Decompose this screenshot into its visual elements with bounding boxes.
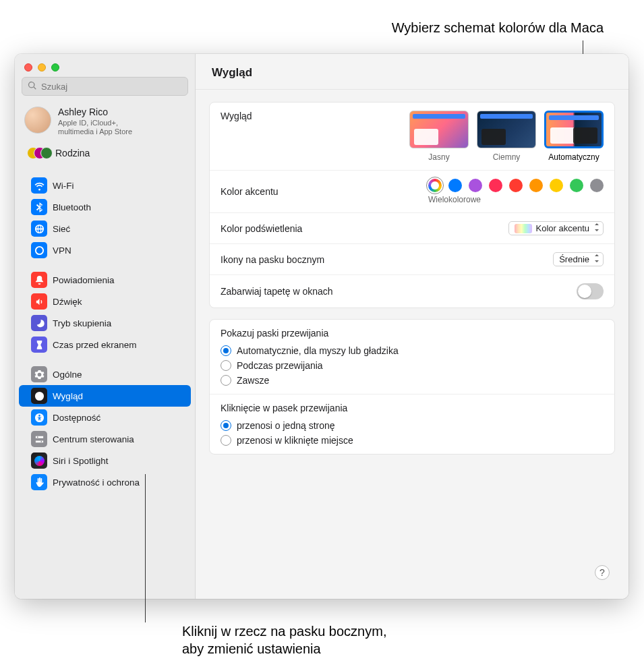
help-button[interactable]: ?: [595, 565, 610, 580]
search-field[interactable]: [41, 82, 182, 92]
appearance-label: Wygląd: [221, 111, 252, 121]
sidebar-item-screentime[interactable]: Czas przed ekranem: [19, 334, 191, 355]
callout-line-bottom: [145, 474, 146, 622]
tint-label: Zabarwiaj tapetę w oknach: [221, 286, 333, 297]
radio-label: Automatycznie, dla myszy lub gładzika: [237, 345, 399, 356]
sidebar-item-controlcenter[interactable]: Centrum sterowania: [19, 428, 191, 450]
radio-icon: [221, 420, 231, 431]
sidebar-item-label: Powiadomienia: [53, 275, 115, 285]
highlight-select[interactable]: Kolor akcentu: [508, 221, 604, 235]
sidebar: Ashley Rico Apple ID, iCloud+, multimedi…: [15, 54, 196, 599]
siri-icon: [31, 453, 47, 469]
theme-light-label: Jasny: [428, 152, 449, 162]
sidebar-icons-label: Ikony na pasku bocznym: [221, 254, 324, 265]
bluetooth-icon: [31, 199, 47, 215]
sidebar-item-notifications[interactable]: Powiadomienia: [19, 269, 191, 291]
radio-label: przenosi w kliknięte miejsce: [237, 435, 353, 446]
scrollbars-title: Pokazuj paski przewijania: [221, 328, 604, 339]
radio-label: Podczas przewijania: [237, 360, 323, 371]
theme-dark[interactable]: Ciemny: [477, 111, 536, 162]
accent-graphite[interactable]: [590, 179, 604, 192]
sidebar-item-label: Centrum sterowania: [53, 434, 134, 444]
sidebar-nav: Wi-Fi Bluetooth Sieć VPN Powiadomienia: [15, 175, 195, 599]
radio-icon: [221, 435, 231, 446]
sidebar-item-wifi[interactable]: Wi-Fi: [19, 175, 191, 196]
sidebar-item-label: Tryb skupienia: [53, 318, 111, 328]
sidebar-item-privacy[interactable]: Prywatność i ochrona: [19, 471, 191, 493]
accent-green[interactable]: [570, 179, 583, 192]
content-pane: Wygląd Wygląd Jasny Ciemny: [196, 54, 628, 599]
minimize-icon[interactable]: [38, 63, 46, 71]
click-opt-page[interactable]: przenosi o jedną stronę: [221, 420, 604, 431]
accent-purple[interactable]: [469, 179, 482, 192]
sidebar-icons-select[interactable]: Średnie: [553, 252, 604, 266]
sidebar-item-siri[interactable]: Siri i Spotlight: [19, 450, 191, 471]
radio-label: przenosi o jedną stronę: [237, 420, 335, 431]
avatar: [24, 107, 51, 134]
sidebar-item-network[interactable]: Sieć: [19, 218, 191, 239]
updown-icon: [593, 254, 600, 264]
click-scroll-title: Kliknięcie w pasek przewijania: [221, 403, 604, 413]
callout-top: Wybierz schemat kolorów dla Maca: [392, 20, 604, 36]
close-icon[interactable]: [24, 63, 32, 71]
theme-light[interactable]: Jasny: [409, 111, 469, 162]
window-controls: [15, 54, 195, 77]
search-input[interactable]: [22, 77, 188, 96]
sidebar-item-accessibility[interactable]: Dostępność: [19, 407, 191, 428]
sidebar-item-bluetooth[interactable]: Bluetooth: [19, 196, 191, 218]
theme-auto-label: Automatyczny: [548, 152, 599, 162]
theme-dark-label: Ciemny: [493, 152, 521, 162]
scroll-opt-when[interactable]: Podczas przewijania: [221, 360, 604, 371]
click-opt-spot[interactable]: przenosi w kliknięte miejsce: [221, 435, 604, 446]
accent-multicolor[interactable]: [428, 179, 442, 192]
sidebar-item-focus[interactable]: Tryb skupienia: [19, 312, 191, 334]
hand-icon: [31, 474, 47, 490]
sidebar-item-label: Bluetooth: [53, 202, 91, 212]
scroll-card: Pokazuj paski przewijania Automatycznie,…: [209, 319, 615, 455]
tint-toggle[interactable]: [577, 283, 604, 299]
sidebar-item-label: Prywatność i ochrona: [53, 477, 140, 488]
accent-label: Kolor akcentu: [221, 186, 279, 197]
sidebar-item-label: Ogólne: [53, 370, 82, 380]
sidebar-item-account[interactable]: Ashley Rico Apple ID, iCloud+, multimedi…: [15, 101, 195, 142]
wifi-icon: [31, 177, 47, 194]
accent-orange[interactable]: [529, 179, 543, 192]
updown-icon: [593, 223, 600, 233]
sidebar-item-sound[interactable]: Dźwięk: [19, 291, 191, 312]
search-icon: [28, 81, 37, 92]
highlight-swatch-icon: [515, 224, 532, 233]
moon-icon: [31, 315, 47, 331]
account-sub-2: multimedia i App Store: [58, 127, 132, 137]
appearance-card: Wygląd Jasny Ciemny Automa: [209, 102, 615, 308]
accent-yellow[interactable]: [550, 179, 563, 192]
gear-icon: [31, 366, 47, 382]
account-sub-1: Apple ID, iCloud+,: [58, 119, 132, 128]
sidebar-item-general[interactable]: Ogólne: [19, 363, 191, 385]
page-title: Wygląd: [196, 54, 628, 90]
sidebar-item-vpn[interactable]: VPN: [19, 239, 191, 261]
sidebar-item-label: Wygląd: [53, 391, 83, 401]
radio-icon: [221, 345, 231, 356]
sidebar-item-label: Sieć: [53, 224, 70, 234]
accent-swatches: [428, 179, 604, 192]
accent-red[interactable]: [509, 179, 523, 192]
accent-blue[interactable]: [448, 179, 462, 192]
highlight-label: Kolor podświetlenia: [221, 223, 302, 234]
sidebar-icons-value: Średnie: [559, 254, 589, 264]
sidebar-item-family[interactable]: Rodzina: [15, 142, 195, 167]
sidebar-item-label: Siri i Spotlight: [53, 456, 109, 466]
theme-auto[interactable]: Automatyczny: [544, 111, 604, 162]
sidebar-item-appearance[interactable]: Wygląd: [19, 385, 191, 407]
accent-pink[interactable]: [489, 179, 502, 192]
scroll-opt-auto[interactable]: Automatycznie, dla myszy lub gładzika: [221, 345, 604, 356]
switches-icon: [31, 431, 47, 447]
globe-icon: [31, 221, 47, 237]
account-name: Ashley Rico: [58, 107, 132, 119]
highlight-value: Kolor akcentu: [536, 223, 590, 233]
sidebar-item-label: Dźwięk: [53, 297, 82, 307]
appearance-icon: [31, 388, 47, 404]
maximize-icon[interactable]: [51, 63, 59, 71]
theme-selector: Jasny Ciemny Automatyczny: [409, 111, 604, 162]
scroll-opt-always[interactable]: Zawsze: [221, 375, 604, 386]
hourglass-icon: [31, 337, 47, 353]
